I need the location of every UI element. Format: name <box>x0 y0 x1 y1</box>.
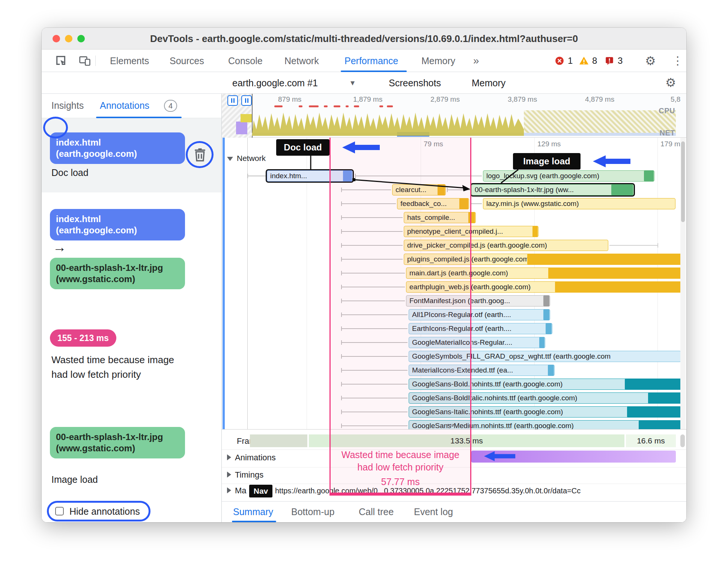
waterfall-scrollbar[interactable] <box>680 138 686 429</box>
animations-track-label: Animations <box>235 453 276 462</box>
network-request-bar[interactable]: GoogleSymbols_FILL_GRAD_opsz_wght.ttf (e… <box>409 351 681 362</box>
time-header-label: 79 ms <box>424 140 443 148</box>
network-track-header[interactable]: Network <box>227 154 266 163</box>
chevron-down-icon <box>227 157 233 161</box>
request-label: GoogleSans-Italic.nohints.ttf (earth.goo… <box>412 408 563 416</box>
zoom-window-button[interactable] <box>77 35 85 42</box>
request-label: index.htm... <box>270 172 307 180</box>
close-window-button[interactable] <box>53 35 60 42</box>
annotation-label-wasted-time: Wasted time because image had low fetch … <box>51 353 179 382</box>
frames-scrollbar[interactable] <box>680 434 685 447</box>
animations-track-header[interactable]: Animations <box>227 453 276 463</box>
request-label: EarthIcons-Regular.otf (earth.... <box>412 325 511 332</box>
network-request-bar[interactable]: GoogleSans-BoldItalic.nohints.ttf (earth… <box>409 392 681 404</box>
request-label: main.dart.js (earth.google.com) <box>409 269 508 277</box>
doc-load-annotation-label[interactable]: Doc load <box>276 139 329 156</box>
performance-toolbar: earth.google.com #1 Screenshots Memory <box>42 72 686 94</box>
network-request-bar[interactable]: All1PIcons-Regular.otf (earth.... <box>409 309 550 320</box>
annotation-pill-link-to[interactable]: 00-earth-splash-1x-ltr.jpg (www.gstatic.… <box>50 258 185 289</box>
ruler-label: 879 ms <box>278 95 301 104</box>
chevron-down-icon[interactable] <box>350 72 355 94</box>
request-label: hats_compile... <box>407 213 455 221</box>
hide-annotations-checkbox[interactable] <box>55 507 64 515</box>
issues-icon[interactable] <box>605 56 614 66</box>
request-label: FontManifest.json (earth.goog... <box>409 297 510 305</box>
network-request-bar[interactable]: lazy.min.js (www.gstatic.com) <box>483 198 675 209</box>
delete-annotation-icon[interactable] <box>192 146 208 163</box>
breadcrumb-button-2[interactable] <box>241 95 252 106</box>
annotation-pill-splash-image[interactable]: 00-earth-splash-1x-ltr.jpg (www.gstatic.… <box>50 427 185 458</box>
devtools-window: DevTools - earth.google.com/static/multi… <box>42 28 686 522</box>
error-icon[interactable] <box>555 56 564 66</box>
frame-segment[interactable]: 16.6 ms <box>626 434 676 447</box>
annotation-pill-time-range[interactable]: 155 - 213 ms <box>50 329 116 347</box>
tab-summary[interactable]: Summary <box>233 502 273 522</box>
network-request-bar[interactable]: main.dart.js (earth.google.com) <box>406 267 681 279</box>
main-track-header[interactable]: Ma <box>227 486 247 496</box>
timings-track-header[interactable]: Timings <box>227 470 263 480</box>
capture-settings-gear-icon[interactable] <box>665 71 676 94</box>
time-header-label: 129 ms <box>537 140 561 148</box>
more-tabs-icon[interactable]: » <box>473 50 479 72</box>
annotation-pill-index-html[interactable]: index.html (earth.google.com) <box>50 132 185 164</box>
frame-segment[interactable] <box>250 434 307 447</box>
device-toolbar-icon[interactable] <box>79 55 91 67</box>
network-request-bar[interactable]: clearcut... <box>392 184 446 195</box>
network-request-bar[interactable]: feedback_co... <box>397 198 469 209</box>
request-label: MaterialIcons-Extended.ttf (ea... <box>412 366 513 374</box>
network-request-bar[interactable]: hats_compile... <box>404 212 476 223</box>
net-activity-bar <box>252 133 676 136</box>
tab-network[interactable]: Network <box>284 50 319 72</box>
cpu-unprocessed-hatch <box>524 110 676 135</box>
network-request-bar[interactable]: drive_picker_compiled.js (earth.google.c… <box>404 240 608 251</box>
network-request-bar[interactable]: logo_lockup.svg (earth.google.com) <box>483 170 654 182</box>
tab-bottom-up[interactable]: Bottom-up <box>291 502 334 522</box>
ruler-label: 2,879 ms <box>430 95 460 104</box>
network-request-bar[interactable]: phenotype_client_compiled.j... <box>404 226 538 237</box>
tab-sources[interactable]: Sources <box>170 50 204 72</box>
warning-count[interactable]: 8 <box>592 50 597 72</box>
warning-icon[interactable] <box>579 56 589 66</box>
active-bottom-tab-underline <box>232 521 276 522</box>
inspect-icon[interactable] <box>55 54 67 66</box>
request-label: drive_picker_compiled.js (earth.google.c… <box>407 241 547 249</box>
network-request-bar[interactable]: GoogleMaterialIcons-Regular.... <box>409 337 545 348</box>
breadcrumb-button-1[interactable] <box>227 95 238 106</box>
nav-annotation-label[interactable]: Nav <box>249 485 272 497</box>
tab-call-tree[interactable]: Call tree <box>359 502 394 522</box>
ruler-label: 1,879 ms <box>353 95 382 104</box>
error-count[interactable]: 1 <box>568 50 573 72</box>
network-request-bar[interactable]: FontManifest.json (earth.goog... <box>406 295 550 307</box>
tab-performance[interactable]: Performance <box>344 50 398 72</box>
annotation-label-doc-load: Doc load <box>51 167 89 178</box>
annotation-pill-link-from[interactable]: index.html (earth.google.com) <box>50 209 185 240</box>
chevron-right-icon <box>227 472 231 478</box>
ruler-label: 4,879 ms <box>585 95 614 104</box>
net-activity-peak <box>397 132 429 137</box>
tab-memory[interactable]: Memory <box>421 50 455 72</box>
minimize-window-button[interactable] <box>65 35 72 42</box>
divider <box>95 56 96 66</box>
network-request-bar[interactable]: EarthIcons-Regular.otf (earth.... <box>409 323 552 334</box>
network-request-bar[interactable]: earthplugin_web.js (earth.google.com) <box>406 281 681 293</box>
history-dropdown[interactable]: earth.google.com #1 <box>232 72 318 94</box>
tab-elements[interactable]: Elements <box>110 50 149 72</box>
timeline-overview[interactable]: 879 ms 1,879 ms 2,879 ms 3,879 ms 4,879 … <box>222 94 686 138</box>
tab-annotations[interactable]: Annotations <box>100 94 149 118</box>
network-request-bar[interactable]: 00-earth-splash-1x-ltr.jpg (ww... <box>471 184 634 195</box>
network-request-bar[interactable]: GoogleSans-Italic.nohints.ttf (earth.goo… <box>409 406 681 418</box>
issues-count[interactable]: 3 <box>618 50 623 72</box>
frame-segment[interactable]: 133.5 ms <box>309 434 624 447</box>
network-request-bar[interactable]: index.htm... <box>267 170 353 182</box>
tab-event-log[interactable]: Event log <box>414 502 453 522</box>
tab-console[interactable]: Console <box>228 50 263 72</box>
network-request-bar[interactable]: plugins_compiled.js (earth.google.com) <box>404 254 681 265</box>
scrollbar-thumb[interactable] <box>681 141 685 222</box>
overflow-ellipsis[interactable]: ... <box>447 417 454 428</box>
network-request-bar[interactable]: MaterialIcons-Extended.ttf (ea... <box>409 365 555 376</box>
network-request-bar[interactable]: GoogleSans-Bold.nohints.ttf (earth.googl… <box>409 379 681 390</box>
tab-insights[interactable]: Insights <box>51 94 84 118</box>
settings-gear-icon[interactable] <box>645 50 656 72</box>
image-load-annotation-label[interactable]: Image load <box>513 153 581 170</box>
kebab-menu-icon[interactable] <box>672 50 683 72</box>
